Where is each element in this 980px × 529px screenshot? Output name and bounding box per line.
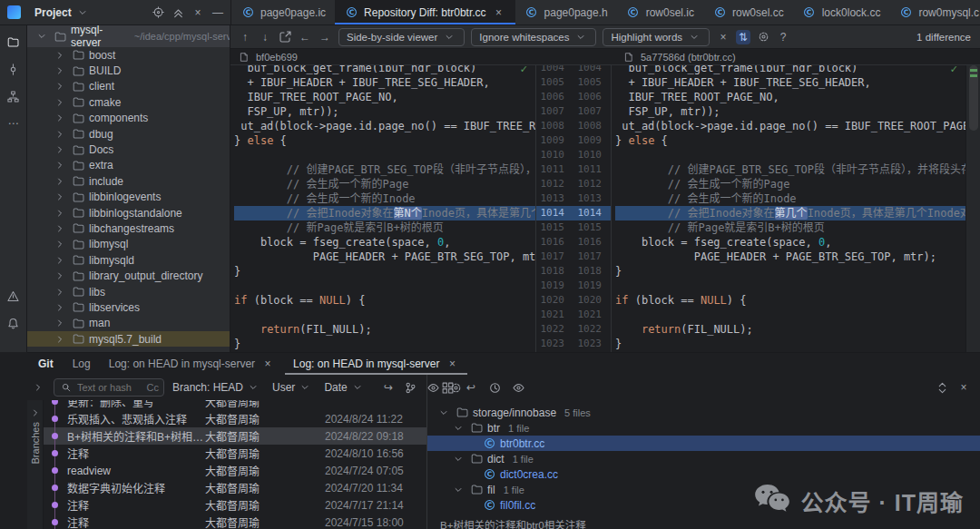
chevron-right-icon[interactable] xyxy=(53,111,67,125)
inspections-check-icon[interactable]: ✓ xyxy=(520,65,528,75)
code-line[interactable] xyxy=(234,279,535,293)
changed-dir-row[interactable]: storage/innobase5 files xyxy=(427,405,980,420)
code-line[interactable]: // 会把Inode对象在第几个Inode页，具体是第几个Inode对象等信息存 xyxy=(615,206,965,220)
commit-row[interactable]: 更新：删除、重写大都督周瑜 xyxy=(44,400,426,410)
chevron-right-icon[interactable] xyxy=(53,142,67,157)
close-icon[interactable]: × xyxy=(716,30,730,44)
code-line[interactable]: } xyxy=(234,337,535,351)
project-tree-item[interactable]: libs xyxy=(27,284,230,299)
chevron-right-icon[interactable] xyxy=(53,48,67,63)
project-tree-item[interactable]: man xyxy=(27,316,230,331)
ide-logo[interactable] xyxy=(7,5,21,19)
code-line[interactable]: // 会生成一个新的Inode xyxy=(234,191,535,206)
commit-row[interactable]: 注释大都督周瑜2024/7/17 21:14 xyxy=(44,496,426,514)
chevron-right-icon[interactable] xyxy=(53,300,67,315)
chevron-right-icon[interactable] xyxy=(53,237,67,251)
code-line[interactable]: block = fseg_create(space, 0, xyxy=(615,235,965,250)
code-line[interactable]: PAGE_HEADER + PAGE_BTR_SEG_TOP, mtr); xyxy=(234,250,535,264)
forward-icon[interactable]: → xyxy=(318,30,332,44)
commit-row[interactable]: 注释大都督周瑜2024/8/10 16:56 xyxy=(44,445,426,462)
code-line[interactable]: // 创建PAGE_BTR_SEG_TOP段（非叶子节点段），并将段头存储到 xyxy=(234,162,535,177)
project-root-row[interactable]: mysql-server ~/idea/cpp/mysql-server xyxy=(27,25,230,47)
project-icon[interactable] xyxy=(6,34,21,49)
match-case-toggle[interactable]: Cc xyxy=(147,382,159,393)
chevron-right-icon[interactable] xyxy=(53,316,67,330)
log-search-field[interactable]: Cc xyxy=(54,378,164,397)
commit-row[interactable]: 数据字典初始化注释大都督周瑜2024/7/20 11:34 xyxy=(44,479,426,496)
editor-scrollbar[interactable] xyxy=(965,65,980,352)
code-line[interactable]: FSP_UP, mtr)); xyxy=(615,104,965,119)
code-line[interactable]: IBUF_TREE_ROOT_PAGE_NO, xyxy=(615,90,965,104)
code-line[interactable]: ut_ad(block->page.id.page_no() == IBUF_T… xyxy=(234,119,535,133)
close-icon[interactable]: × xyxy=(956,380,971,395)
project-tree-item[interactable]: boost xyxy=(27,47,230,63)
changed-file-row[interactable]: Cbtr0btr.cc xyxy=(427,436,980,451)
code-line[interactable]: } xyxy=(615,264,965,279)
group-by-icon[interactable] xyxy=(440,380,455,395)
goto-hash-icon[interactable]: ↪ xyxy=(381,380,396,395)
code-line[interactable]: buf_block_get_frame(ibuf_hdr_block) xyxy=(234,65,535,75)
change-mark[interactable] xyxy=(970,74,977,77)
viewer-mode-select[interactable]: Side-by-side viewer xyxy=(338,28,465,46)
chevron-right-icon[interactable] xyxy=(53,253,67,268)
commit-row[interactable]: 注释大都督周瑜2024/7/15 18:00 xyxy=(44,514,426,529)
chevron-right-icon[interactable] xyxy=(53,79,67,93)
chevron-right-icon[interactable] xyxy=(53,206,67,220)
editor-tab[interactable]: Clock0lock.cc xyxy=(793,0,890,24)
chevron-right-icon[interactable] xyxy=(53,127,67,142)
history-icon[interactable] xyxy=(487,380,502,395)
next-difference-icon[interactable]: ↓ xyxy=(258,30,272,44)
project-tree-item[interactable]: mysql5.7_build xyxy=(27,331,230,347)
chevron-right-icon[interactable] xyxy=(53,269,67,283)
close-icon[interactable]: × xyxy=(492,5,506,20)
code-line[interactable]: // 新Page就是索引B+树的根页 xyxy=(615,220,965,235)
commit-row[interactable]: readview大都督周瑜2024/7/24 07:05 xyxy=(44,462,426,479)
project-tree-item[interactable]: libmysqld xyxy=(27,252,230,268)
code-line[interactable]: + IBUF_HEADER + IBUF_TREE_SEG_HEADER, xyxy=(234,75,535,90)
previous-difference-icon[interactable]: ↑ xyxy=(238,30,252,44)
editor-tab[interactable]: Cpage0page.h xyxy=(515,0,617,24)
problems-icon[interactable] xyxy=(6,289,21,303)
jump-to-source-icon[interactable] xyxy=(278,30,292,44)
project-tree-item[interactable]: libchangestreams xyxy=(27,220,230,236)
settings-icon[interactable] xyxy=(756,30,770,44)
chevron-down-icon[interactable] xyxy=(451,421,466,436)
commit-row[interactable]: B+树相关的注释和B+树相关图大都督周瑜2024/8/22 09:18 xyxy=(44,427,426,445)
close-icon[interactable]: × xyxy=(260,357,275,371)
changed-file-row[interactable]: Cdict0crea.cc xyxy=(427,466,980,482)
code-line[interactable]: } else { xyxy=(615,133,965,148)
changed-dir-row[interactable]: dict1 file xyxy=(427,451,980,466)
diff-pane-right[interactable]: ✓ buf_block_get_frame(ibuf_hdr_block) + … xyxy=(612,65,965,352)
close-icon[interactable]: × xyxy=(445,357,459,371)
branches-stripe[interactable]: Branches xyxy=(27,400,44,529)
rollback-icon[interactable]: ↩ xyxy=(464,380,478,395)
chevron-down-icon[interactable] xyxy=(436,406,451,420)
code-line[interactable] xyxy=(615,308,965,322)
highlight-mode-select[interactable]: Highlight words xyxy=(603,28,710,46)
help-icon[interactable]: ? xyxy=(776,30,790,44)
code-line[interactable]: if (block == NULL) { xyxy=(234,293,535,308)
project-tree-item[interactable]: extra xyxy=(27,158,230,173)
editor-tab[interactable]: CRepository Diff: btr0btr.cc× xyxy=(335,0,515,24)
commit-row[interactable]: 乐观插入、悲观插入注释大都督周瑜2024/8/24 11:22 xyxy=(44,410,426,427)
project-tree-item[interactable]: library_output_directory xyxy=(27,268,230,283)
project-tree-item[interactable]: libbinlogstandalone xyxy=(27,205,230,220)
inspections-check-icon[interactable]: ✓ xyxy=(950,65,958,75)
code-line[interactable]: } xyxy=(234,264,535,279)
code-line[interactable]: return(FIL_NULL); xyxy=(234,322,535,337)
code-line[interactable] xyxy=(234,308,535,322)
collapse-all-icon[interactable] xyxy=(171,5,185,20)
commit-icon[interactable] xyxy=(6,62,21,76)
project-tree-item[interactable]: components xyxy=(27,111,230,126)
code-line[interactable]: if (block == NULL) { xyxy=(615,293,965,308)
code-line[interactable] xyxy=(615,148,965,162)
chevron-right-icon[interactable] xyxy=(53,64,67,78)
code-line[interactable]: // 会生成一个新的Page xyxy=(615,177,965,191)
preview-icon[interactable] xyxy=(511,380,525,395)
editor-tab[interactable]: Crow0mysql.c xyxy=(889,0,980,24)
project-tree-item[interactable]: BUILD xyxy=(27,63,230,78)
log-filter-date[interactable]: Date xyxy=(324,380,364,395)
code-line[interactable]: // 会生成一个新的Page xyxy=(234,177,535,191)
close-icon[interactable]: × xyxy=(191,5,205,20)
project-tree-item[interactable]: libmysql xyxy=(27,237,230,252)
